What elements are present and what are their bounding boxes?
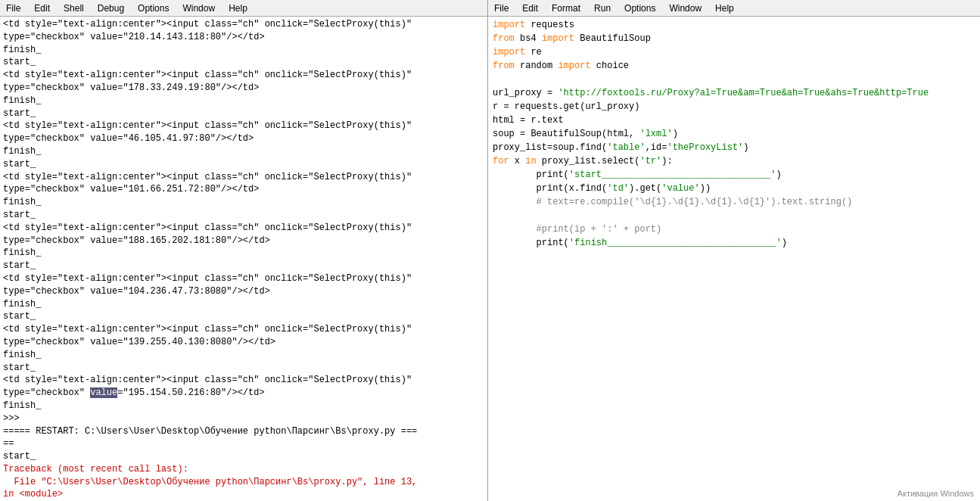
right-menu-run[interactable]: Run [591,3,614,14]
shell-line: <td style="text-align:center"><input cla… [3,69,484,82]
shell-line: finish_ [3,349,484,362]
right-menu-help[interactable]: Help [712,3,737,14]
left-menu-options[interactable]: Options [135,3,172,14]
code-line: print('finish___________________________… [493,236,975,250]
code-token: 'td' [607,183,629,194]
code-token: import [493,47,525,58]
shell-line: finish_ [3,400,484,412]
shell-line: start_ [3,107,484,120]
shell-line: <td style="text-align:center"><input cla… [3,18,484,31]
shell-line: <td style="text-align:center"><input cla… [3,323,484,336]
code-token: x [509,156,526,166]
right-menubar: File Edit Format Run Options Window Help [488,0,980,17]
left-menu-shell[interactable]: Shell [61,3,87,14]
code-line: # text=re.compile('\d{1}.\d{1}.\d{1}.\d{… [493,195,975,209]
shell-line: >>> [3,412,484,425]
shell-line: ===== RESTART: C:\Users\User\Desktop\Обу… [3,425,484,438]
watermark: Активация Windows [898,489,974,498]
code-line: proxy_list=soup.find('table',id='theProx… [493,141,975,154]
left-menu-window[interactable]: Window [179,3,218,14]
shell-line: type="checkbox" value="188.165.202.181:8… [3,235,484,247]
shell-line: in <module> [3,488,484,501]
shell-line: <td style="text-align:center"><input cla… [3,374,484,387]
code-token: ).get( [629,183,661,194]
code-token: #print(ip + ':' + port) [493,224,661,235]
right-menu-format[interactable]: Format [549,3,583,14]
right-panel: File Edit Format Run Options Window Help… [488,0,980,501]
shell-line: start_ [3,362,484,375]
code-token: print(x.find( [493,183,607,194]
shell-line: start_ [3,56,484,69]
shell-line: finish_ [3,247,484,260]
code-line: soup = BeautifulSoup(html, 'lxml') [493,127,975,141]
code-line [493,73,975,86]
code-token: 'theProxyList' [667,142,743,153]
right-menu-options[interactable]: Options [621,3,658,14]
shell-line: type="checkbox" value="46.105.41.97:80"/… [3,132,484,145]
shell-line: <td style="text-align:center"><input cla… [3,222,484,235]
code-token: 'lxml' [639,129,672,139]
right-menu-window[interactable]: Window [666,3,705,14]
shell-line: File "C:\Users\User\Desktop\Обучение pyt… [3,476,484,489]
shell-line: == [3,437,484,450]
left-menubar: File Edit Shell Debug Options Window Hel… [0,0,487,17]
code-line: r = requests.get(url_proxy) [493,100,975,114]
code-line: for x in proxy_list.select('tr'): [493,154,975,168]
code-token: 'value' [661,183,699,194]
left-menu-help[interactable]: Help [226,3,250,14]
code-token: 'table' [607,142,645,153]
code-line: url_proxy = 'http://foxtools.ru/Proxy?al… [493,86,975,100]
code-token: ) [782,238,787,248]
shell-line: <td style="text-align:center"><input cla… [3,272,484,285]
shell-line: type="checkbox" value="178.33.249.19:80"… [3,82,484,95]
right-wrapper: import requestsfrom bs4 import Beautiful… [488,17,980,501]
code-token: # text=re.compile('\d{1}.\d{1}.\d{1}.\d{… [493,197,852,207]
left-menu-file[interactable]: File [3,3,23,14]
code-line: from random import choice [493,59,975,73]
code-token: from [493,61,515,71]
code-line: print(x.find('td').get('value')) [493,182,975,195]
code-token: ) [743,142,748,153]
shell-line: finish_ [3,145,484,158]
right-menu-file[interactable]: File [491,3,512,14]
code-token: import [542,33,574,44]
code-token: ) [776,170,781,180]
code-token: ) [673,129,678,139]
code-token: from [493,33,515,44]
right-menu-edit[interactable]: Edit [519,3,541,14]
code-token: print( [493,170,569,180]
code-token: requests [525,20,574,30]
shell-line: finish_ [3,298,484,311]
shell-line: type="checkbox" value="195.154.50.216:80… [3,387,484,400]
left-menu-edit[interactable]: Edit [31,3,53,14]
shell-line: type="checkbox" value="101.66.251.72:80"… [3,183,484,196]
shell-line: start_ [3,450,484,463]
shell-line: finish_ [3,196,484,209]
left-content[interactable]: <td style="text-align:center"><input cla… [0,17,487,501]
code-area[interactable]: import requestsfrom bs4 import Beautiful… [488,17,980,501]
code-token: proxy_list=soup.find( [493,142,607,153]
shell-line: type="checkbox" value="139.255.40.130:80… [3,336,484,349]
code-line [493,209,975,222]
code-token: import [558,61,590,71]
code-token: 'tr' [639,156,661,166]
code-token: url_proxy = [493,88,558,98]
code-token: choice [591,61,629,71]
code-line: #print(ip + ':' + port) [493,222,975,236]
shell-line: <td style="text-align:center"><input cla… [3,120,484,132]
shell-line: start_ [3,158,484,171]
app-container: File Edit Shell Debug Options Window Hel… [0,0,980,501]
left-panel: File Edit Shell Debug Options Window Hel… [0,0,488,501]
code-token: random [515,61,558,71]
code-line: from bs4 import BeautifulSoup [493,32,975,45]
code-token: soup = BeautifulSoup(html, [493,129,639,139]
code-line: import requests [493,18,975,32]
code-token: re [525,47,542,58]
shell-line: start_ [3,209,484,222]
code-token: BeautifulSoup [574,33,651,44]
shell-line: type="checkbox" value="210.14.143.118:80… [3,31,484,44]
code-line: import re [493,45,975,59]
code-token: r = requests.get(url_proxy) [493,101,639,112]
code-token: bs4 [515,33,542,44]
left-menu-debug[interactable]: Debug [95,3,127,14]
